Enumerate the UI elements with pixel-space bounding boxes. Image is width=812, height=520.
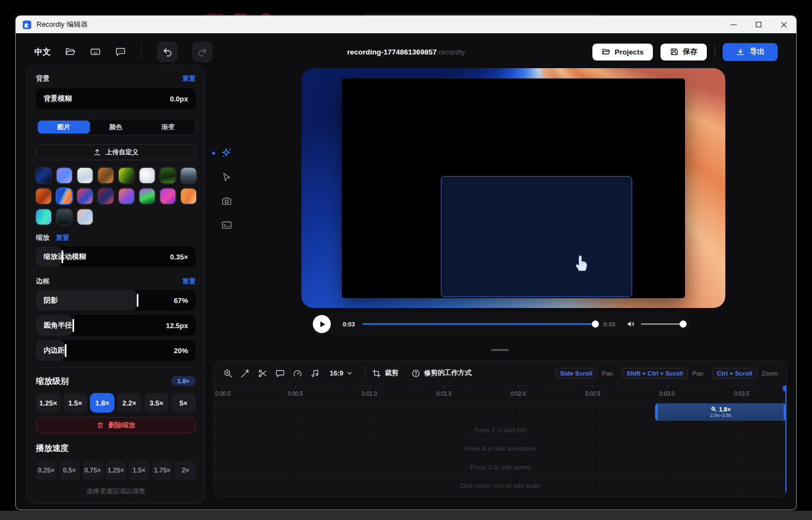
zoom-reset-button[interactable]: 重置 [56,233,69,243]
minimize-button[interactable] [721,16,746,33]
background-reset-button[interactable]: 重置 [183,74,196,83]
upload-custom-button[interactable]: 上传自定义 [36,144,196,160]
wallpaper-thumb[interactable] [119,168,134,183]
zoom-level-1.8x-selected[interactable]: 1.8× [90,393,114,413]
aspect-ratio-dropdown[interactable]: 16:9 [330,370,353,377]
speed-1.25x[interactable]: 1.25× [106,461,126,480]
play-button[interactable] [313,315,331,333]
ruler-label: 0:03.0 [659,391,675,397]
timeline-zoom-in-icon[interactable] [223,368,233,378]
wallpaper-thumb[interactable] [160,168,175,183]
audio-track-lane: Click music icon to add audio [214,476,786,495]
feedback-chat-icon[interactable] [115,46,126,57]
settings-sidebar: 背景 重置 背景模糊 0.0px 图片 颜色 渐变 上传自定义 [27,65,205,504]
wallpaper-thumb[interactable] [77,209,93,225]
seek-knob[interactable] [592,321,599,328]
redo-button[interactable] [192,41,213,62]
wallpaper-thumb[interactable] [36,168,51,183]
speed-gauge-icon[interactable] [293,368,302,378]
zoom-level-3.5x[interactable]: 3.5× [144,393,169,413]
captions-tool-button[interactable] [219,219,235,232]
zoom-in-icon [711,406,717,412]
shortcut-keys: Side Scroll [555,368,597,379]
timeline-toolbar-divider [365,367,366,379]
zoom-target-region[interactable] [441,176,632,297]
export-button[interactable]: 导出 [723,43,778,61]
wallpaper-thumb[interactable] [140,168,155,183]
trim-help-button[interactable]: 修剪的工作方式 [411,368,472,378]
cursor-tool-button[interactable] [219,171,235,184]
volume-icon[interactable] [626,319,635,329]
zoom-region-clip[interactable]: 1.8× 2.9s–3.9s [655,403,786,421]
border-section-title: 边框 [36,277,50,286]
shortcut-keys: Shift + Ctrl + Scroll [622,368,688,379]
projects-button[interactable]: Projects [592,44,653,61]
volume-knob[interactable] [680,321,687,328]
music-note-icon[interactable] [310,368,320,378]
language-button[interactable]: 中文 [34,47,51,57]
speed-0.75x[interactable]: 0.75× [82,461,103,480]
camera-tool-button[interactable] [219,195,235,208]
trash-icon [96,421,104,429]
wallpaper-thumb[interactable] [57,209,72,225]
zoom-level-5x[interactable]: 5× [171,393,196,413]
panel-resize-handle[interactable] [491,349,509,351]
scissors-icon[interactable] [258,368,268,378]
zoom-level-1.5x[interactable]: 1.5× [63,393,88,413]
wallpaper-thumb[interactable] [119,189,134,204]
zoom-region-left-handle[interactable] [655,403,658,421]
trim-hint: Press T to add trim [474,427,527,433]
wallpaper-thumb[interactable] [98,189,113,204]
zoom-level-options: 1.25× 1.5× 1.8× 2.2× 3.5× 5× [36,393,196,413]
speed-1.5x[interactable]: 1.5× [129,461,149,480]
wallpaper-thumb[interactable] [140,189,155,204]
background-blur-slider[interactable]: 背景模糊 0.0px [36,88,196,109]
speed-0.5x[interactable]: 0.5× [59,461,80,480]
open-folder-icon[interactable] [65,46,76,57]
close-button[interactable] [771,16,796,33]
taskbar-strip [0,511,812,520]
shadow-slider[interactable]: 阴影 67% [36,290,196,311]
timeline-toolbar: 16:9 裁剪 修剪的工作方式 Side Scroll Pan Shift + … [214,361,786,386]
timeline-ruler[interactable]: 0:00.0 0:00.5 0:01.0 0:01.5 0:02.0 0:02.… [214,386,786,402]
wallpaper-thumb[interactable] [98,168,113,183]
wallpaper-thumb[interactable] [77,189,93,204]
save-button[interactable]: 保存 [660,44,707,61]
speed-1.75x[interactable]: 1.75× [152,461,173,480]
wallpaper-thumb[interactable] [36,189,51,204]
corner-radius-slider[interactable]: 圆角半径 12.5px [36,315,196,336]
wallpaper-thumb[interactable] [181,189,196,204]
magic-wand-icon[interactable] [240,368,250,378]
speed-0.25x[interactable]: 0.25× [36,461,57,480]
undo-button[interactable] [157,41,178,62]
annotation-icon[interactable] [275,368,285,378]
keyboard-shortcuts-icon[interactable] [90,46,101,57]
effects-tool-button[interactable] [219,147,235,160]
tab-color[interactable]: 颜色 [90,120,142,134]
wallpaper-thumb[interactable] [57,168,72,183]
tab-image[interactable]: 图片 [38,120,90,134]
toolbar-divider [714,45,715,58]
video-preview-canvas[interactable] [301,68,725,308]
speed-2x[interactable]: 2× [175,461,196,480]
border-reset-button[interactable]: 重置 [183,277,196,286]
zoom-motion-blur-slider[interactable]: 缩放运动模糊 0.35× [36,246,196,267]
maximize-icon [755,21,762,28]
help-circle-icon [411,369,420,378]
wallpaper-thumb[interactable] [77,168,93,183]
delete-zoom-button[interactable]: 删除缩放 [36,417,196,433]
volume-slider[interactable] [641,323,683,325]
crop-button[interactable]: 裁剪 [372,368,398,378]
maximize-button[interactable] [746,16,771,33]
wallpaper-thumb[interactable] [160,189,175,204]
zoom-level-1.25x[interactable]: 1.25× [36,393,60,413]
padding-slider[interactable]: 内边距 20% [36,340,196,361]
wallpaper-thumb[interactable] [36,209,51,225]
tab-gradient[interactable]: 渐变 [142,120,194,134]
wallpaper-thumb-selected[interactable] [57,189,72,204]
zoom-level-2.2x[interactable]: 2.2× [117,393,142,413]
wallpaper-thumb[interactable] [181,168,196,183]
seek-bar[interactable] [362,323,596,325]
shortcut-action: Zoom [762,370,778,377]
close-icon [780,21,787,28]
